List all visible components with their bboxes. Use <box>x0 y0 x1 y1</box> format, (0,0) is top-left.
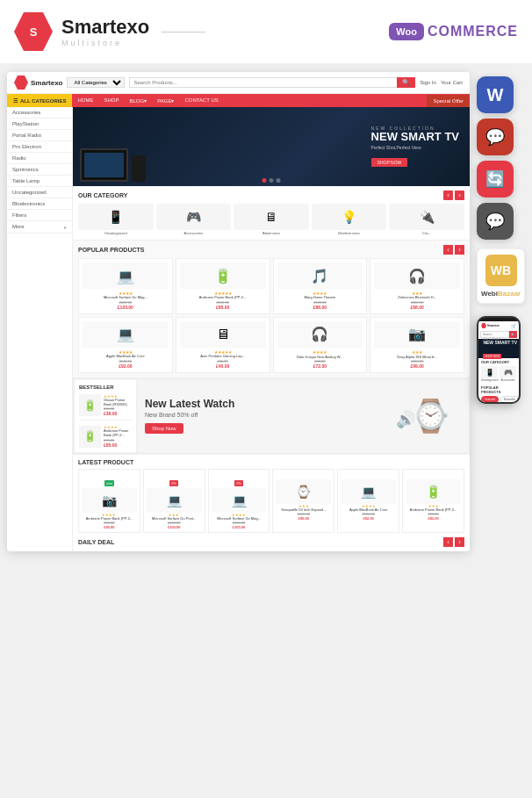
bestseller-1-info: ★★★★ Ambrane Power Bank (PP-2... £95.00 … <box>104 425 132 448</box>
sidebar-item-bioelectronics[interactable]: Bloelectronics <box>7 198 72 210</box>
sidebar-item-playstation[interactable]: PlayStation <box>7 119 72 130</box>
shop-logo-sm: Smartexo <box>14 75 62 90</box>
category-section-title: OUR CATEGORY <box>78 192 127 198</box>
daily-deal-nav: ‹ › <box>443 537 464 547</box>
product-card-0[interactable]: 💻 ★★★★ Microsoft Surface Go Mag... £120.… <box>78 258 173 314</box>
comment-icon-btn[interactable]: 💬 <box>477 203 514 240</box>
category-accessories[interactable]: 🎮 Accessories <box>156 204 232 235</box>
nav-blog[interactable]: BLOG▾ <box>124 94 152 107</box>
latest-2[interactable]: 0% 💻 ★★★★ Microsoft Surface Go Mag... £1… <box>208 469 270 533</box>
product-sony-price: £99.00 <box>374 363 460 369</box>
latest-5[interactable]: 🔋 ★★★ Ambrane Power Bank (PP-2... £95.00… <box>402 469 464 533</box>
popular-prev-btn[interactable]: ‹ <box>443 245 453 255</box>
wordpress-icon-btn[interactable]: W <box>477 76 514 113</box>
product-card-1[interactable]: 🔋 ★★★★★ Ambrane Power Bank (PP-2... £110… <box>176 258 270 314</box>
dot-1 <box>270 178 274 183</box>
nav-bar: ☰ ALL CATEGORIES HOME SHOP BLOG▾ PAGE▾ C… <box>7 94 470 107</box>
category-dropdown[interactable]: All Categories <box>67 77 125 88</box>
phone-hero: New Collection NEW SMART TV SHOP NOW <box>478 339 519 358</box>
category-atantronics[interactable]: 🖥 Atantronics <box>234 204 309 235</box>
latest-5-img: 🔋 <box>406 479 461 504</box>
sidebar-item-table-lamp[interactable]: Table Lamp <box>7 176 72 187</box>
webibazaar-icon: WB <box>485 255 517 286</box>
phone-cat-1[interactable]: 🎮 Accessories <box>500 366 516 382</box>
popular-next-btn[interactable]: › <box>455 245 464 255</box>
shop-header: Smartexo All Categories 🔍 Sign In Your C… <box>7 72 470 94</box>
latest-4-img: 💻 <box>341 479 396 504</box>
product-4-price: £92.00 <box>83 363 169 369</box>
category-bioelectronics[interactable]: 💡 Bioelectronics <box>312 204 387 235</box>
special-offer-btn[interactable]: Special Offer <box>427 95 470 107</box>
bestseller-item-1[interactable]: 🔋 ★★★★ Ambrane Power Bank (PP-2... £95.0… <box>79 425 132 448</box>
latest-3[interactable]: ⌚ ★★★ Seaqualife 53 Inch Expand... £115.… <box>272 469 334 533</box>
product-card-5[interactable]: 🖥 ★★★★★ Acer Predator Gaming Lap... £55.… <box>176 317 270 373</box>
category-prev-btn[interactable]: ‹ <box>443 191 453 200</box>
sidebar-item-uncategorized[interactable]: Uncategorized <box>7 187 72 198</box>
product-card-headphones[interactable]: 🎧 ★★★★ Date Unique New Analog W... £90.0… <box>273 317 368 373</box>
bestseller-item-0[interactable]: 🔋 ★★★★ Gloww Power Bank (R92042) £55.00 … <box>79 394 132 421</box>
sign-in-link[interactable]: Sign In <box>420 80 436 85</box>
latest-4[interactable]: 💻 ★★★★ Apple MacBook Air Core £120.00 £9… <box>337 469 399 533</box>
product-card-4[interactable]: 💻 ★★★★ Apple MacBook Air Core £140.00 £9… <box>78 317 173 373</box>
product-card-3[interactable]: 🎧 ★★★ Zebrionics Bluetooth H... £120.00 … <box>370 258 464 314</box>
phone-hero-text: New Collection NEW SMART TV SHOP NOW <box>483 337 517 361</box>
category-circuit[interactable]: 🔌 Circ... <box>389 204 464 235</box>
category-bioelectronics-img: 💡 <box>312 204 387 230</box>
category-section-header: OUR CATEGORY ‹ › <box>78 191 464 200</box>
right-panel: W 💬 🔄 💬 WB WebiBazaar <box>477 72 525 551</box>
chat-icon-btn[interactable]: 💬 <box>477 119 514 155</box>
nav-contact[interactable]: CONTACT US <box>179 94 223 107</box>
sidebar-item-portal-radio[interactable]: Portal Radio <box>7 130 72 141</box>
bestseller-0-name: Gloww Power Bank (R92042) <box>104 399 132 407</box>
hero-subtitle: Perfect Shot,Perfect View <box>371 145 459 150</box>
our-category-section: OUR CATEGORY ‹ › 📱 Uncategorized <box>73 186 470 241</box>
category-circuit-img: 🔌 <box>389 204 464 230</box>
hero-banner: New Collection NEW SMART TV Perfect Shot… <box>73 107 470 186</box>
sidebar-item-radio[interactable]: Radio <box>7 153 72 164</box>
nav-shop[interactable]: SHOP <box>98 94 124 107</box>
hero-shop-now-btn[interactable]: SHOP NOW <box>371 158 408 167</box>
daily-deal-prev-btn[interactable]: ‹ <box>443 537 453 547</box>
daily-deal-next-btn[interactable]: › <box>455 537 464 547</box>
phone-tab-bestseller[interactable]: Bestseller <box>500 396 519 402</box>
bestseller-1-price: £85.00 <box>104 442 132 448</box>
brand-icon-s: S <box>30 25 38 39</box>
latest-0-img: 📷 <box>82 488 137 513</box>
search-input[interactable] <box>129 77 397 88</box>
category-items: 📱 Uncategorized 🎮 Accessories 🖥 Atantron… <box>78 204 464 235</box>
hero-title: NEW SMART TV <box>371 131 459 143</box>
latest-0[interactable]: new 📷 ★★★★ Ambrane Power Bank (PP-2... £… <box>78 469 140 533</box>
popular-products-section: POPULAR PRODUCTS ‹ › 💻 ★★★★ Microso <box>73 241 470 378</box>
phone-tab-featured[interactable]: Featured <box>481 396 499 402</box>
all-categories-btn[interactable]: ☰ ALL CATEGORIES <box>7 94 72 107</box>
sidebar-item-more[interactable]: More ▸ <box>7 221 72 234</box>
latest-1-price: £103.00 <box>147 525 202 529</box>
category-uncategorized-label: Uncategorized <box>78 231 154 235</box>
phone-cat-0[interactable]: 📱 Uncategorized <box>481 366 498 382</box>
sidebar-item-filters[interactable]: Filters <box>7 210 72 221</box>
phone-cat-1-img: 🎮 <box>500 366 516 378</box>
nav-page[interactable]: PAGE▾ <box>152 94 179 107</box>
category-next-btn[interactable]: › <box>455 191 464 200</box>
popular-nav: ‹ › <box>443 245 464 255</box>
category-uncategorized[interactable]: 📱 Uncategorized <box>78 204 154 235</box>
search-button[interactable]: 🔍 <box>397 77 415 88</box>
wp-logo-icon: W <box>487 85 504 105</box>
product-card-2[interactable]: 🎵 ★★★★ Marg Home Theatre £100.00 £86.00 <box>273 258 368 314</box>
phone-hero-btn[interactable]: SHOP NOW <box>483 354 501 359</box>
product-card-sony[interactable]: 📷 ★★★ Sony Alpha INS Mirrorle... £120.00… <box>370 317 464 373</box>
sidebar-item-pro-electron[interactable]: Pro Electron <box>7 141 72 153</box>
chat-icon: 💬 <box>485 127 505 147</box>
product-1-price: £95.00 <box>180 305 266 310</box>
cart-link[interactable]: Your Cart <box>441 80 463 85</box>
nav-home[interactable]: HOME <box>72 94 98 107</box>
shop-preview: Smartexo All Categories 🔍 Sign In Your C… <box>7 72 470 551</box>
latest-1[interactable]: 0% 💻 ★★★ Microsoft Surface Go Pent... £1… <box>143 469 205 533</box>
watch-shop-now-btn[interactable]: Shop Now <box>145 423 183 434</box>
sidebar-item-accessories[interactable]: Accessories <box>7 107 72 119</box>
sidebar-item-spintronics[interactable]: Spintronics <box>7 164 72 176</box>
refresh-icon-btn[interactable]: 🔄 <box>477 161 514 198</box>
latest-watch-banner: New Latest Watch New Brand 50% off Shop … <box>138 380 468 452</box>
hero-dots <box>262 178 281 183</box>
bestseller-0-price: £38.00 <box>104 411 132 416</box>
